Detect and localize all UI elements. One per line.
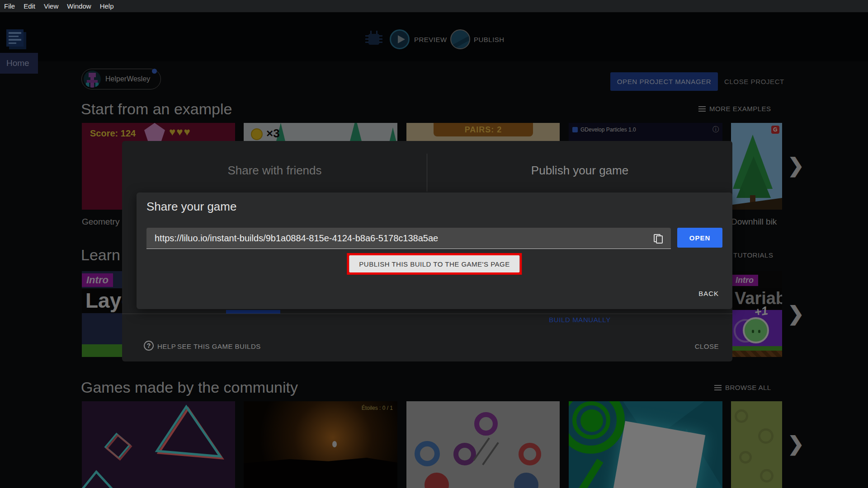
menu-bar: File Edit View Window Help — [0, 0, 868, 12]
annotation-red-box: PUBLISH THIS BUILD TO THE GAME'S PAGE — [347, 253, 522, 275]
menu-file[interactable]: File — [4, 2, 15, 10]
menu-view[interactable]: View — [44, 2, 58, 10]
generate-link-button-sliver — [226, 310, 280, 314]
copy-link-button[interactable] — [650, 231, 666, 246]
close-dialog-button[interactable]: CLOSE — [695, 343, 719, 350]
tab-share-with-friends[interactable]: Share with friends — [122, 164, 427, 178]
build-url-row: OPEN — [146, 228, 722, 249]
open-build-button[interactable]: OPEN — [677, 228, 722, 248]
share-dialog: Share with friends Publish your game BUI… — [122, 141, 732, 361]
publish-this-build-button[interactable]: PUBLISH THIS BUILD TO THE GAME'S PAGE — [349, 255, 519, 272]
menu-help[interactable]: Help — [100, 2, 114, 10]
see-game-builds-button[interactable]: SEE THIS GAME BUILDS — [177, 343, 261, 350]
back-button[interactable]: BACK — [698, 290, 719, 297]
tab-divider — [427, 154, 427, 192]
panel-title: Share your game — [146, 200, 236, 214]
share-your-game-panel: Share your game OPEN PUBLISH THIS BUILD … — [137, 192, 732, 309]
dialog-divider — [122, 314, 732, 314]
menu-window[interactable]: Window — [67, 2, 91, 10]
help-icon[interactable]: ? — [144, 341, 154, 351]
build-url-input[interactable] — [146, 233, 671, 244]
menu-edit[interactable]: Edit — [24, 2, 35, 10]
copy-icon — [653, 233, 664, 244]
build-url-field[interactable] — [146, 228, 671, 249]
help-button[interactable]: HELP — [157, 343, 176, 350]
build-manually-link[interactable]: BUILD MANUALLY — [427, 316, 732, 324]
tab-publish-your-game[interactable]: Publish your game — [427, 164, 732, 178]
